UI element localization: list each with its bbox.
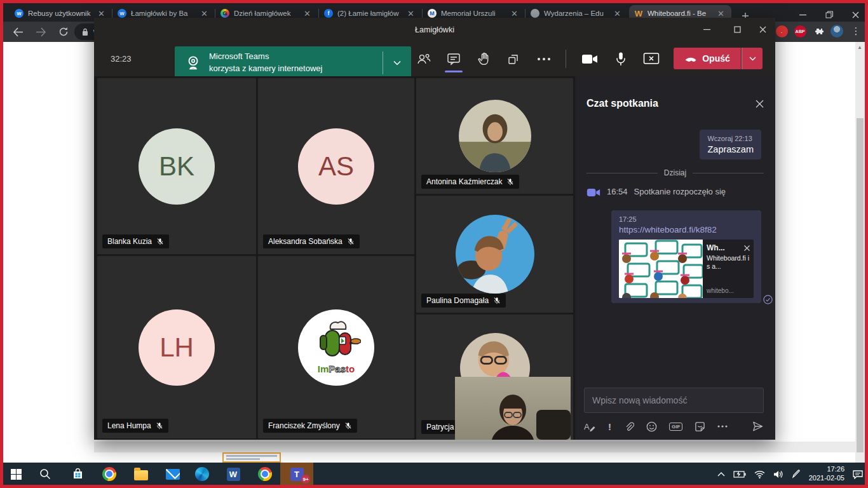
tray-chevron-up-icon[interactable] <box>717 471 725 477</box>
genially-icon: G <box>220 9 229 18</box>
tab-close-icon[interactable]: ✕ <box>302 9 313 18</box>
participant-name-label: Blanka Kuzia <box>102 234 169 248</box>
link-preview-meta: Wh... Whiteboard.fi is a... whitebo... <box>703 240 754 298</box>
participant-tile-franciszek: ImPasto Franciszek Zmyślony <box>258 256 414 438</box>
tab-close-icon[interactable]: ✕ <box>199 9 210 18</box>
tab-close-icon[interactable]: ✕ <box>96 9 107 18</box>
format-icon[interactable]: A <box>584 421 596 432</box>
teams-maximize-button[interactable] <box>723 18 751 41</box>
extensions-puzzle-icon[interactable] <box>811 24 825 38</box>
camera-button[interactable] <box>577 41 602 76</box>
tab-title: Whiteboard.fi - Be <box>648 10 711 17</box>
adblock-icon[interactable]: ABP <box>793 24 807 38</box>
more-options-icon[interactable] <box>717 425 728 428</box>
browser-minimize-button[interactable] <box>790 6 815 23</box>
system-event-text: Spotkanie rozpoczęło się <box>634 186 726 198</box>
chat-close-icon[interactable] <box>756 100 764 108</box>
page-image-thumbnail[interactable] <box>222 452 281 463</box>
emoji-icon[interactable] <box>646 421 657 432</box>
taskbar-mail-icon[interactable] <box>158 463 187 485</box>
breakout-rooms-button[interactable] <box>501 41 526 76</box>
screen: w Rebusy użytkownik ✕ w Łamigłówki by Ba… <box>0 0 868 488</box>
taskbar-search-icon[interactable] <box>31 463 60 485</box>
page-scrollbar[interactable]: ▲ <box>855 42 865 463</box>
participant-tile-lena: LH Lena Humpa <box>97 256 256 438</box>
extension-icon[interactable]: . <box>775 24 789 38</box>
browser-menu-icon[interactable]: ⋮ <box>849 24 863 38</box>
link-preview-close-icon[interactable] <box>744 245 750 251</box>
globe-icon <box>531 9 539 18</box>
forward-icon[interactable] <box>34 25 48 39</box>
pen-icon[interactable] <box>792 470 801 478</box>
camera-permission-banner[interactable]: Microsoft Teams korzysta z kamery intern… <box>175 46 411 79</box>
profile-avatar[interactable] <box>830 24 844 38</box>
chat-active-indicator <box>445 71 463 72</box>
chat-message-own: Wczoraj 22:13 Zapraszam <box>575 130 775 159</box>
link-preview-domain: whitebo... <box>707 287 750 294</box>
mic-off-icon <box>156 422 163 430</box>
teams-meeting-window: Łamigłówki 32:23 Microsoft Team <box>94 18 775 440</box>
chat-button-active[interactable] <box>441 41 466 76</box>
taskbar-word-icon[interactable]: W <box>219 463 248 485</box>
leave-label: Opuść <box>702 53 730 64</box>
teams-close-button[interactable] <box>749 18 776 41</box>
volume-icon[interactable] <box>773 470 783 478</box>
wifi-icon[interactable] <box>754 470 765 478</box>
battery-icon[interactable] <box>733 470 746 478</box>
self-video-preview[interactable] <box>455 377 571 440</box>
browser-close-button[interactable] <box>843 6 868 23</box>
mic-off-icon <box>347 238 355 245</box>
participant-name-label: Aleksandra Sobańska <box>263 234 360 248</box>
tab-close-icon[interactable]: ✕ <box>612 9 623 18</box>
tab-close-icon[interactable]: ✕ <box>509 9 520 18</box>
message-link[interactable]: https://whiteboard.fi/k8f82 <box>619 225 754 234</box>
tab-close-icon[interactable]: ✕ <box>405 9 416 18</box>
sticker-icon[interactable] <box>695 421 705 432</box>
participants-button[interactable] <box>410 41 436 76</box>
leave-options-chevron[interactable] <box>742 48 763 69</box>
webcam-icon <box>184 53 203 72</box>
tab-close-icon[interactable]: ✕ <box>715 9 726 18</box>
taskbar-chrome2-icon[interactable] <box>250 463 280 485</box>
meeting-chat-panel: Czat spotkania Wczoraj 22:13 Zapraszam D… <box>575 76 775 440</box>
chat-message-input[interactable] <box>584 388 764 413</box>
hangup-phone-icon <box>684 56 697 62</box>
start-button[interactable] <box>1 463 31 485</box>
back-icon[interactable] <box>11 25 25 39</box>
taskbar-clock[interactable]: 17:26 2021-02-05 <box>809 465 844 483</box>
participant-name-label: Antonina Kaźmierczak <box>421 175 519 189</box>
taskbar-teams-icon-active[interactable]: T 9+ <box>280 463 313 485</box>
taskbar-store-icon[interactable] <box>63 463 92 485</box>
browser-restore-button[interactable] <box>817 6 842 23</box>
mic-off-icon <box>506 178 514 186</box>
send-icon[interactable] <box>752 421 764 432</box>
banner-chevron-down-icon[interactable] <box>383 60 411 65</box>
action-center-icon[interactable] <box>853 470 863 479</box>
taskbar-chrome-icon[interactable] <box>95 463 124 485</box>
raise-hand-button[interactable] <box>471 41 497 76</box>
link-preview-card[interactable]: Wh... Whiteboard.fi is a... whitebo... <box>619 240 754 298</box>
microphone-button[interactable] <box>608 41 634 76</box>
taskbar-edge-icon[interactable] <box>187 463 217 485</box>
chat-header-title: Czat spotkania <box>587 98 658 109</box>
importance-icon[interactable]: ! <box>608 421 611 432</box>
stop-sharing-button[interactable] <box>639 41 664 76</box>
banner-title: Microsoft Teams <box>209 51 322 63</box>
taskbar-explorer-icon[interactable] <box>126 463 156 485</box>
svg-text:A: A <box>584 422 590 431</box>
leave-button[interactable]: Opuść <box>674 48 741 69</box>
reload-icon[interactable] <box>57 25 71 39</box>
mic-off-icon <box>344 422 352 430</box>
more-actions-button[interactable] <box>531 41 557 76</box>
system-tray: 17:26 2021-02-05 <box>717 463 863 485</box>
scrollbar-thumb[interactable] <box>857 118 864 452</box>
scrollbar-up-arrow[interactable]: ▲ <box>857 44 862 50</box>
chat-bubble: 17:25 https://whiteboard.fi/k8f82 Wh... … <box>611 210 761 303</box>
attach-icon[interactable] <box>623 421 634 432</box>
tab-title: Rebusy użytkownik <box>28 10 92 17</box>
message-timestamp: Wczoraj 22:13 <box>707 135 754 142</box>
gif-icon[interactable]: GIF <box>669 423 682 431</box>
teams-minimize-button[interactable] <box>693 18 721 41</box>
video-stage: BK Blanka Kuzia AS Aleksandra Sobańska <box>94 76 575 440</box>
read-receipt-icon <box>763 295 773 304</box>
